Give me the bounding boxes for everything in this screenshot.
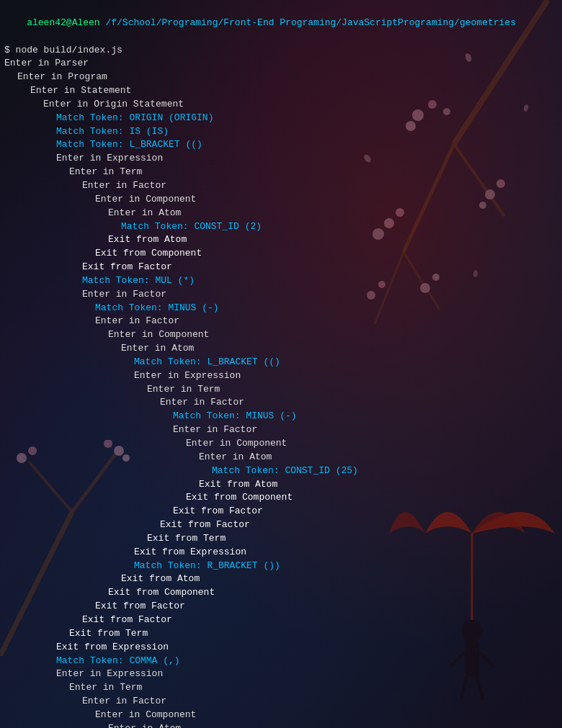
output-line: Enter in Component	[4, 193, 558, 207]
prompt-path: /f/School/Programing/Front-End Programin…	[100, 17, 516, 28]
output-line: Enter in Factor	[4, 315, 558, 328]
output-line: Exit from Component	[4, 247, 558, 261]
output-line: Enter in Origin Statement	[4, 98, 558, 112]
output-line: Enter in Term	[4, 681, 558, 695]
output-line: Exit from Factor	[4, 518, 558, 532]
output-line: Match Token: IS (IS)	[4, 125, 558, 139]
output-line: Match Token: MINUS (-)	[4, 410, 558, 423]
output-line: Enter in Component	[4, 709, 558, 722]
output-line: Exit from Factor	[4, 614, 558, 627]
output-line: Match Token: CONST_ID (2)	[4, 220, 558, 234]
output-line: Match Token: COMMA (,)	[4, 655, 558, 668]
output-line: Match Token: CONST_ID (25)	[4, 464, 558, 478]
output-line: Enter in Component	[4, 328, 558, 342]
output-line: Enter in Expression	[4, 668, 558, 681]
output-line: Enter in Term	[4, 166, 558, 179]
output-line: Exit from Factor	[4, 600, 558, 614]
terminal-window: aleen42@Aleen /f/School/Programing/Front…	[0, 0, 562, 728]
output-line: Exit from Expression	[4, 641, 558, 655]
output-line: Exit from Atom	[4, 233, 558, 247]
output-line: Enter in Statement	[4, 84, 558, 98]
output-line: Enter in Factor	[4, 288, 558, 302]
output-line: Enter in Factor	[4, 695, 558, 709]
output-line: Enter in Component	[4, 437, 558, 451]
output-line: Enter in Atom	[4, 722, 558, 728]
output-line: Enter in Parser	[4, 57, 558, 71]
output-line: Enter in Atom	[4, 342, 558, 356]
prompt-line-1: aleen42@Aleen /f/School/Programing/Front…	[4, 3, 558, 44]
output-line: Match Token: L_BRACKET (()	[4, 356, 558, 369]
output-line: Match Token: MUL (*)	[4, 274, 558, 288]
prompt-user: aleen42@Aleen	[27, 17, 99, 28]
output-line: Enter in Program	[4, 71, 558, 84]
output-line: Exit from Atom	[4, 478, 558, 492]
command-line: $ node build/index.js	[4, 44, 558, 58]
output-line: Exit from Expression	[4, 546, 558, 560]
output-line: Match Token: R_BRACKET ())	[4, 560, 558, 573]
output-line: Enter in Atom	[4, 207, 558, 220]
output-line: Match Token: MINUS (-)	[4, 302, 558, 315]
output-line: Exit from Term	[4, 532, 558, 546]
output-line: Exit from Factor	[4, 505, 558, 518]
output-line: Enter in Expression	[4, 369, 558, 383]
output-line: Exit from Atom	[4, 572, 558, 586]
output-line: Exit from Factor	[4, 261, 558, 274]
output-line: Match Token: ORIGIN (ORIGIN)	[4, 112, 558, 125]
output-line: Enter in Term	[4, 383, 558, 397]
output-line: Exit from Term	[4, 627, 558, 641]
output-line: Enter in Factor	[4, 423, 558, 437]
output-line: Exit from Component	[4, 491, 558, 505]
output-line: Enter in Factor	[4, 396, 558, 410]
output-container: Enter in ParserEnter in ProgramEnter in …	[4, 57, 558, 728]
output-line: Enter in Factor	[4, 179, 558, 193]
output-line: Match Token: L_BRACKET (()	[4, 138, 558, 152]
output-line: Enter in Atom	[4, 451, 558, 464]
output-line: Exit from Component	[4, 586, 558, 600]
output-line: Enter in Expression	[4, 152, 558, 166]
